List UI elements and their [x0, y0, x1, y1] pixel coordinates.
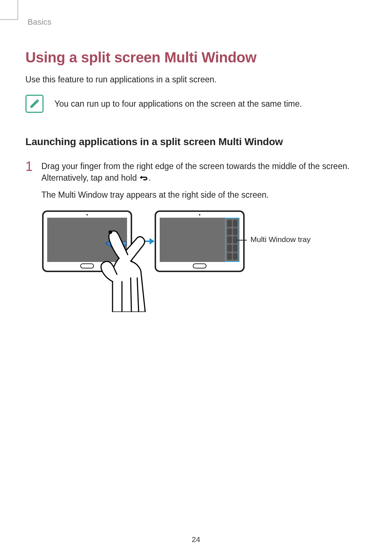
- tablet-camera: [86, 214, 88, 216]
- page-title: Using a split screen Multi Window: [25, 49, 367, 66]
- tray-app-icon: [233, 245, 238, 252]
- back-icon: [139, 173, 148, 180]
- tablet-home-button: [193, 263, 207, 268]
- tray-app-icon: [227, 220, 232, 227]
- tray-app-icon: [233, 228, 238, 235]
- callout-label: Multi Window tray: [250, 235, 311, 244]
- tray-app-icon: [227, 253, 232, 260]
- step-1-paragraph-a: Drag your finger from the right edge of …: [41, 161, 367, 184]
- tray-app-icon: [227, 245, 232, 252]
- illustration-tablet-after: [155, 210, 245, 272]
- tablet-top-buttons: [54, 210, 73, 212]
- tablet-screen: [47, 218, 127, 262]
- step-1-text-before-icon: Drag your finger from the right edge of …: [41, 161, 350, 182]
- subheading: Launching applications in a split screen…: [25, 136, 367, 148]
- step-1-text-after-icon: .: [148, 173, 151, 182]
- step-1-paragraph-b: The Multi Window tray appears at the rig…: [41, 189, 367, 201]
- figure: Multi Window tray: [42, 210, 362, 312]
- tablet-home-button: [80, 263, 94, 268]
- step-body: Drag your finger from the right edge of …: [41, 161, 367, 207]
- tablet-camera: [199, 214, 200, 216]
- tray-app-icon: [227, 236, 232, 243]
- manual-page: Basics Using a split screen Multi Window…: [0, 0, 392, 554]
- note: You can run up to four applications on t…: [25, 95, 367, 113]
- page-corner-mark: [17, 0, 18, 20]
- note-text: You can run up to four applications on t…: [54, 99, 302, 109]
- tray-app-icon: [233, 220, 238, 227]
- tray-app-icon: [227, 228, 232, 235]
- callout-leader-line: [237, 240, 247, 241]
- intro-paragraph: Use this feature to run applications in …: [25, 75, 367, 85]
- tablet-top-buttons: [167, 210, 186, 212]
- tray-app-icon: [233, 253, 238, 260]
- transition-arrow-icon: [134, 236, 155, 247]
- note-icon: [25, 95, 44, 113]
- step-1: 1 Drag your finger from the right edge o…: [25, 161, 367, 207]
- page-number: 24: [0, 535, 392, 544]
- step-number: 1: [25, 160, 33, 207]
- running-header: Basics: [28, 17, 367, 27]
- illustration-tablet-before: [42, 210, 132, 272]
